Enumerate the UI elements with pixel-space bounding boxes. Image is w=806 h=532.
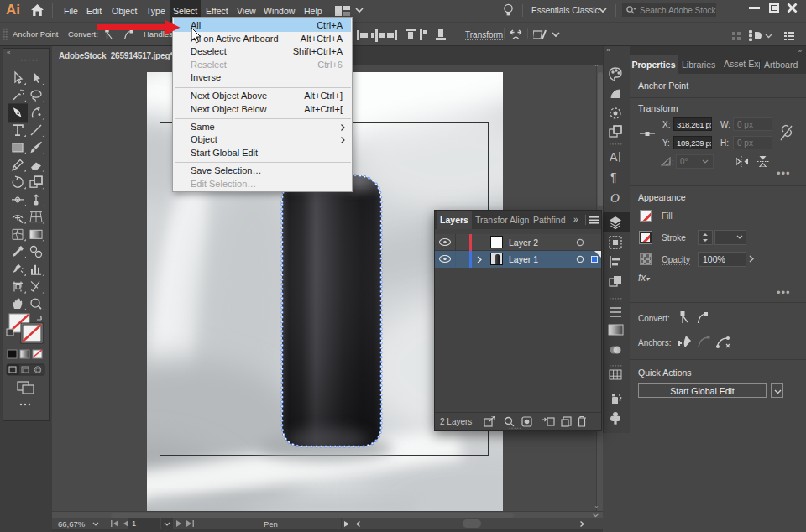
svg-text:O: O bbox=[610, 191, 620, 205]
svg-text:A: A bbox=[610, 150, 618, 164]
svg-text:¶: ¶ bbox=[610, 170, 617, 184]
